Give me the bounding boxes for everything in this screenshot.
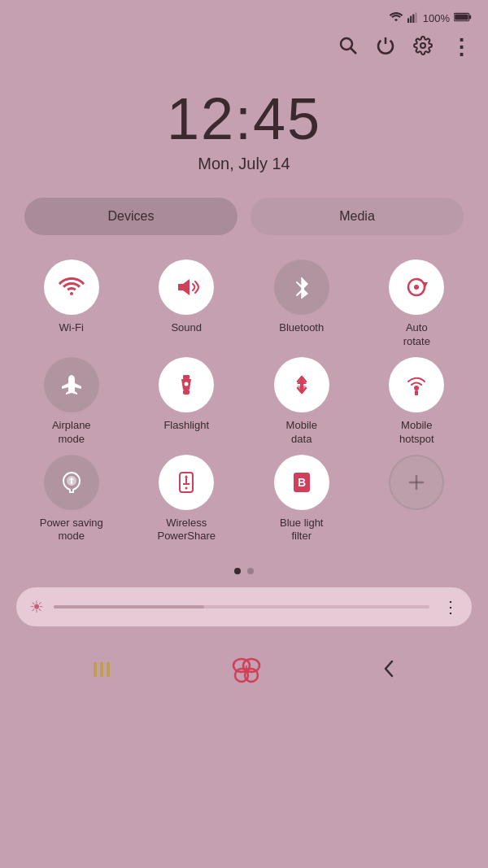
svg-point-16 — [185, 382, 189, 386]
qs-autorotate[interactable]: Auto rotate — [362, 260, 473, 349]
qs-hotspot-circle — [389, 357, 444, 412]
qs-flashlight-label: Flashlight — [163, 419, 209, 433]
svg-rect-20 — [415, 390, 418, 395]
svg-rect-3 — [415, 12, 416, 23]
qs-flashlight-circle — [159, 357, 214, 412]
svg-rect-15 — [183, 390, 190, 395]
qs-flashlight[interactable]: Flashlight — [132, 357, 242, 447]
svg-point-23 — [185, 486, 188, 489]
svg-rect-0 — [407, 18, 409, 23]
toolbar: ⋮ — [0, 30, 488, 73]
brightness-row[interactable]: ☀ ⋮ — [16, 587, 472, 626]
tab-devices[interactable]: Devices — [24, 198, 237, 235]
qs-wifi-label: Wi-Fi — [59, 321, 84, 335]
tab-media[interactable]: Media — [251, 198, 464, 235]
clock-date: Mon, July 14 — [0, 155, 488, 173]
qs-bluelight-circle: B — [274, 455, 329, 510]
qs-bluetooth-label: Bluetooth — [279, 321, 324, 335]
qs-airplane-label: Airplane mode — [52, 419, 91, 447]
brightness-bar[interactable] — [54, 605, 429, 608]
qs-airplane-circle — [44, 357, 99, 412]
svg-rect-30 — [107, 662, 110, 677]
power-button[interactable] — [376, 36, 395, 60]
qs-sound-label: Sound — [171, 321, 202, 335]
qs-hotspot-label: Mobile hotspot — [399, 419, 434, 447]
battery-icon — [454, 11, 472, 25]
battery-text: 100% — [423, 12, 450, 24]
qs-sound[interactable]: Sound — [132, 260, 242, 349]
brightness-fill — [54, 605, 204, 608]
clock-section: 12:45 Mon, July 14 — [0, 73, 488, 198]
bottom-nav — [0, 639, 488, 713]
qs-airplane[interactable]: Airplane mode — [16, 357, 127, 447]
svg-rect-29 — [100, 662, 103, 677]
page-dots — [0, 560, 488, 587]
brightness-more-button[interactable]: ⋮ — [442, 597, 459, 617]
qs-autorotate-circle — [389, 260, 444, 315]
qs-wireless[interactable]: Wireless PowerShare — [132, 455, 242, 544]
qs-add-circle — [389, 455, 444, 510]
svg-point-7 — [341, 38, 352, 50]
svg-marker-10 — [178, 279, 190, 295]
page-dot-1[interactable] — [247, 568, 254, 574]
settings-button[interactable] — [413, 36, 433, 60]
status-icons: 100% — [389, 11, 472, 25]
svg-rect-28 — [94, 662, 97, 677]
svg-rect-2 — [412, 15, 414, 24]
signal-icon — [407, 11, 419, 25]
svg-point-12 — [414, 285, 419, 290]
status-bar: 100% — [0, 0, 488, 30]
qs-mobiledata-label: Mobile data — [286, 419, 317, 447]
qs-autorotate-label: Auto rotate — [403, 321, 430, 349]
brightness-icon: ☀ — [29, 597, 44, 617]
back-button[interactable] — [381, 658, 397, 685]
qs-wifi[interactable]: Wi-Fi — [16, 260, 127, 349]
svg-point-9 — [420, 43, 425, 48]
qs-bluelight-label: Blue light filter — [280, 517, 323, 544]
svg-text:B: B — [298, 476, 306, 489]
svg-rect-13 — [183, 375, 190, 379]
more-button[interactable]: ⋮ — [451, 35, 472, 60]
qs-mobiledata[interactable]: Mobile data — [246, 357, 357, 447]
qs-wireless-label: Wireless PowerShare — [157, 517, 216, 544]
qs-mobiledata-circle — [274, 357, 329, 412]
qs-wireless-circle — [159, 455, 214, 510]
qs-bluetooth[interactable]: Bluetooth — [246, 260, 357, 349]
svg-point-19 — [414, 386, 419, 390]
svg-rect-1 — [410, 16, 412, 23]
svg-rect-5 — [469, 15, 471, 20]
qs-add[interactable] — [362, 455, 473, 544]
qs-powersaving-label: Power saving mode — [40, 517, 103, 544]
clock-time: 12:45 — [0, 89, 488, 148]
svg-rect-6 — [455, 14, 468, 20]
page-dot-0[interactable] — [234, 568, 241, 574]
tab-row: Devices Media — [0, 198, 488, 260]
quick-settings-grid: Wi-Fi Sound Bluetooth — [0, 260, 488, 560]
qs-sound-circle — [159, 260, 214, 315]
qs-bluetooth-circle — [274, 260, 329, 315]
recents-button[interactable] — [91, 659, 112, 684]
qs-wifi-circle — [44, 260, 99, 315]
home-button[interactable] — [230, 654, 263, 689]
svg-line-8 — [351, 48, 357, 54]
wifi-status-icon — [389, 11, 403, 25]
search-button[interactable] — [338, 36, 358, 60]
qs-hotspot[interactable]: Mobile hotspot — [362, 357, 473, 447]
qs-bluelight[interactable]: B Blue light filter — [246, 455, 357, 544]
qs-powersaving-circle — [44, 455, 99, 510]
qs-powersaving[interactable]: Power saving mode — [16, 455, 127, 544]
